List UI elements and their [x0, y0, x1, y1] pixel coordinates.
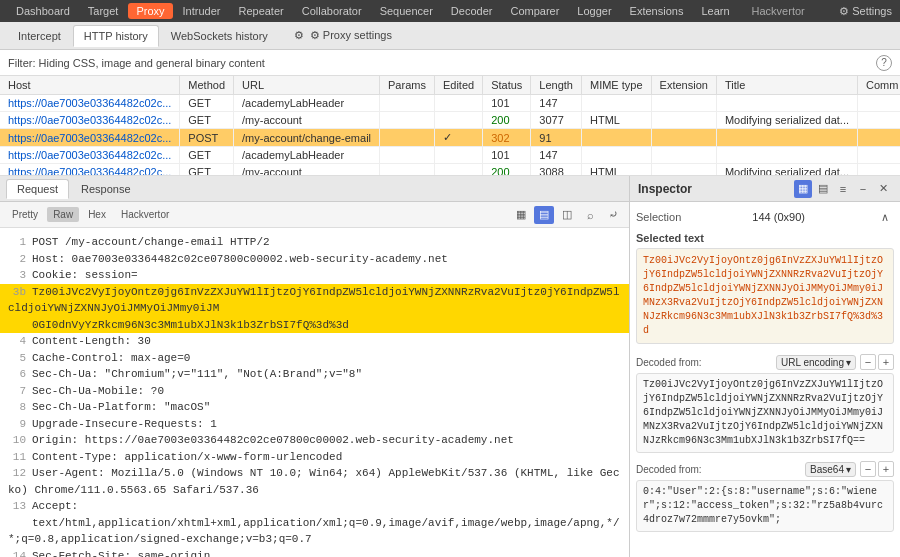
nav-proxy[interactable]: Proxy [128, 3, 172, 19]
request-line: 6Sec-Ch-Ua: "Chromium";v="111", "Not(A:B… [8, 366, 621, 383]
inspector-toggle-icon[interactable]: ◫ [557, 206, 577, 224]
table-row[interactable]: https://0ae7003e03364482c02c... GET /my-… [0, 164, 900, 177]
line-number: 3 [8, 267, 26, 284]
table-row[interactable]: https://0ae7003e03364482c02c... GET /my-… [0, 112, 900, 129]
nav-sequencer[interactable]: Sequencer [372, 3, 441, 19]
cell-extension [651, 112, 716, 129]
inspector-header: Inspector ▦ ▤ ≡ − ✕ [630, 176, 900, 202]
request-line: text/html,application/xhtml+xml,applicat… [8, 515, 621, 548]
inspector-title: Inspector [638, 182, 692, 196]
col-comm[interactable]: Comm [858, 76, 901, 95]
cell-length: 3077 [531, 112, 582, 129]
request-line: 10Origin: https://0ae7003e03364482c02ce0… [8, 432, 621, 449]
cell-params [380, 164, 435, 177]
search-icon[interactable]: ⌕ [580, 206, 600, 224]
line-number: 4 [8, 333, 26, 350]
line-number: 6 [8, 366, 26, 383]
inspector-panel: Inspector ▦ ▤ ≡ − ✕ Selection 144 (0x90)… [630, 176, 900, 557]
line-number: 1 [8, 234, 26, 251]
cell-extension [651, 129, 716, 147]
tab-intercept[interactable]: Intercept [8, 26, 71, 46]
insp-list-icon[interactable]: ≡ [834, 180, 852, 198]
decoded-url-minus[interactable]: − [860, 354, 876, 370]
tab-request[interactable]: Request [6, 179, 69, 199]
view-hex[interactable]: Hex [82, 207, 112, 222]
cell-mime [581, 147, 651, 164]
cell-host: https://0ae7003e03364482c02c... [0, 112, 180, 129]
insp-minimize-icon[interactable]: − [854, 180, 872, 198]
req-toolbar: Pretty Raw Hex Hackvertor ▦ ▤ ◫ ⌕ ⤾ [0, 202, 629, 228]
table-row[interactable]: https://0ae7003e03364482c02c... GET /aca… [0, 95, 900, 112]
cell-params [380, 95, 435, 112]
decoded-base64-plus[interactable]: + [878, 461, 894, 477]
table-row[interactable]: https://0ae7003e03364482c02c... GET /aca… [0, 147, 900, 164]
col-method[interactable]: Method [180, 76, 234, 95]
col-title[interactable]: Title [716, 76, 857, 95]
base64-dropdown[interactable]: Base64 ▾ [805, 462, 856, 477]
nav-comparer[interactable]: Comparer [502, 3, 567, 19]
url-encoding-label: URL encoding [781, 357, 844, 368]
col-edited[interactable]: Edited [434, 76, 482, 95]
cell-url: /academyLabHeader [234, 147, 380, 164]
view-raw[interactable]: Raw [47, 207, 79, 222]
nav-decoder[interactable]: Decoder [443, 3, 501, 19]
chevron-down-icon-2: ▾ [846, 464, 851, 475]
tab-response[interactable]: Response [71, 180, 141, 198]
col-status[interactable]: Status [483, 76, 531, 95]
nav-target[interactable]: Target [80, 3, 127, 19]
nav-repeater[interactable]: Repeater [230, 3, 291, 19]
nav-logger[interactable]: Logger [569, 3, 619, 19]
help-icon[interactable]: ? [876, 55, 892, 71]
nav-dashboard[interactable]: Dashboard [8, 3, 78, 19]
col-params[interactable]: Params [380, 76, 435, 95]
col-length[interactable]: Length [531, 76, 582, 95]
decoded-url-header: Decoded from: URL encoding ▾ − + [636, 354, 894, 370]
decoded-base64-minus[interactable]: − [860, 461, 876, 477]
line-number: 8 [8, 399, 26, 416]
cell-url: /my-account [234, 164, 380, 177]
cell-comm [858, 129, 901, 147]
nav-collaborator[interactable]: Collaborator [294, 3, 370, 19]
col-url[interactable]: URL [234, 76, 380, 95]
view-hackvertor[interactable]: Hackvertor [115, 207, 175, 222]
decoded-url-label: Decoded from: [636, 357, 702, 368]
wrap-icon[interactable]: ⤾ [603, 206, 623, 224]
nav-extensions[interactable]: Extensions [622, 3, 692, 19]
col-mime[interactable]: MIME type [581, 76, 651, 95]
settings-button[interactable]: ⚙ Settings [839, 5, 892, 18]
proxy-settings-button[interactable]: ⚙ ⚙ Proxy settings [284, 25, 402, 46]
line-number: 13 [8, 498, 26, 515]
cell-length: 91 [531, 129, 582, 147]
selected-text-value: Tz00iJVc2VyIjoyOntz0jg6InVzZXJuYW1lIjtzO… [636, 248, 894, 344]
collapse-icon[interactable]: ∧ [876, 208, 894, 226]
chevron-down-icon: ▾ [846, 357, 851, 368]
nav-hackvertor[interactable]: Hackvertor [744, 3, 813, 19]
insp-rows-icon[interactable]: ▤ [814, 180, 832, 198]
decoded-url-content: Tz00iJVc2VyIjoyOntz0jg6InVzZXJuYW1lIjtzO… [636, 373, 894, 453]
decoded-url-actions: − + [860, 354, 894, 370]
request-line: 12User-Agent: Mozilla/5.0 (Windows NT 10… [8, 465, 621, 498]
request-line: 0GI0dnVyYzRkcm96N3c3Mm1ubXJlN3k1b3ZrbSI7… [0, 317, 629, 334]
view-pretty[interactable]: Pretty [6, 207, 44, 222]
cell-comm [858, 147, 901, 164]
table-row[interactable]: https://0ae7003e03364482c02c... POST /my… [0, 129, 900, 147]
tab-websockets-history[interactable]: WebSockets history [161, 26, 278, 46]
grid-2x2-icon[interactable]: ▦ [511, 206, 531, 224]
insp-columns-icon[interactable]: ▦ [794, 180, 812, 198]
tab-http-history[interactable]: HTTP history [73, 25, 159, 47]
url-encoding-dropdown[interactable]: URL encoding ▾ [776, 355, 856, 370]
cell-mime: HTML [581, 112, 651, 129]
cell-method: GET [180, 164, 234, 177]
selection-count: 144 (0x90) [752, 211, 805, 223]
col-extension[interactable]: Extension [651, 76, 716, 95]
cell-status: 200 [483, 164, 531, 177]
cell-edited: ✓ [434, 129, 482, 147]
nav-intruder[interactable]: Intruder [175, 3, 229, 19]
grid-1x2-icon[interactable]: ▤ [534, 206, 554, 224]
cell-edited [434, 164, 482, 177]
col-host[interactable]: Host [0, 76, 180, 95]
decoded-url-plus[interactable]: + [878, 354, 894, 370]
insp-close-icon[interactable]: ✕ [874, 180, 892, 198]
nav-learn[interactable]: Learn [693, 3, 737, 19]
cell-mime [581, 95, 651, 112]
